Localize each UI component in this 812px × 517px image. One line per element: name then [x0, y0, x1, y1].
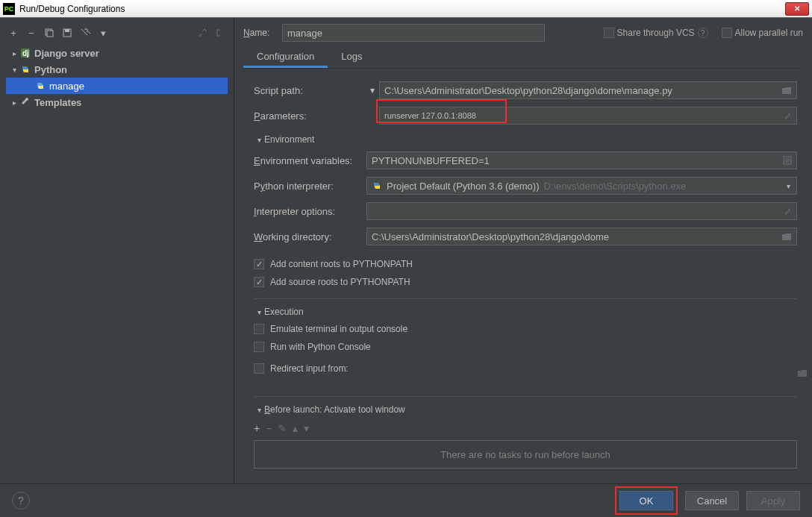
help-button[interactable]: ?: [12, 492, 30, 510]
apply-button[interactable]: Apply: [746, 491, 800, 510]
remove-config-button[interactable]: −: [24, 25, 39, 40]
interpreter-label: Python interpreter:: [254, 181, 366, 192]
edit-task-button[interactable]: ✎: [278, 422, 287, 434]
name-label: Name:: [243, 28, 273, 38]
tree-toolbar: + −: [6, 24, 228, 45]
move-up-task-button[interactable]: ▴: [293, 422, 298, 434]
tree-item-python[interactable]: Python: [6, 61, 228, 78]
env-vars-input[interactable]: PYTHONUNBUFFERED=1: [366, 151, 797, 169]
django-icon: dj: [19, 47, 31, 59]
config-detail-panel: Name: Share through VCS? Allow parallel …: [234, 18, 812, 483]
more-actions-button[interactable]: [96, 25, 110, 40]
move-down-task-button[interactable]: ▾: [304, 422, 309, 434]
parameters-input[interactable]: runserver 127.0.0.1:8088 ⤢: [379, 107, 797, 125]
redirect-input-checkbox[interactable]: Redirect input from:: [254, 356, 797, 381]
tree-item-label: Templates: [34, 97, 81, 108]
help-icon[interactable]: ?: [698, 28, 708, 38]
tree-item-django-server[interactable]: dj Django server: [6, 45, 228, 61]
add-content-roots-checkbox[interactable]: Add content roots to PYTHONPATH: [254, 255, 797, 273]
add-config-button[interactable]: +: [6, 25, 21, 40]
script-path-mode-button[interactable]: [366, 85, 379, 95]
run-console-checkbox[interactable]: Run with Python Console: [254, 338, 797, 356]
before-launch-tasks: There are no tasks to run before launch: [254, 440, 797, 469]
python-icon: [19, 63, 31, 75]
add-task-button[interactable]: +: [254, 422, 260, 434]
interpreter-options-input[interactable]: ⤢: [366, 202, 797, 220]
tree-item-manage[interactable]: manage: [6, 78, 228, 94]
remove-task-button[interactable]: −: [266, 422, 272, 434]
annotation-highlight: OK: [615, 486, 678, 515]
svg-rect-1: [47, 31, 53, 37]
before-launch-section[interactable]: Before launch: Activate tool window: [254, 404, 797, 415]
tab-configuration[interactable]: Configuration: [243, 48, 328, 68]
emulate-terminal-checkbox[interactable]: Emulate terminal in output console: [254, 320, 797, 338]
window-close-button[interactable]: ✕: [785, 2, 809, 16]
collapse-all-button[interactable]: [213, 25, 228, 40]
expand-all-button[interactable]: [195, 25, 210, 40]
dialog-footer: ? OK Cancel Apply: [0, 483, 812, 517]
working-dir-input[interactable]: C:\Users\Administrator\Desktop\python28\…: [366, 228, 797, 245]
tree-item-templates[interactable]: Templates: [6, 94, 228, 110]
edit-defaults-button[interactable]: [78, 25, 93, 40]
script-path-input[interactable]: C:\Users\Administrator\Desktop\python28\…: [379, 81, 797, 99]
script-path-label: Script path:: [254, 85, 366, 96]
env-vars-label: Environment variables:: [254, 155, 366, 166]
cancel-button[interactable]: Cancel: [685, 491, 739, 510]
working-dir-label: Working directory:: [254, 231, 366, 242]
name-input[interactable]: [282, 24, 545, 42]
svg-rect-3: [65, 29, 69, 32]
parameters-label: Parameters:: [254, 110, 366, 122]
expand-arrow-icon[interactable]: [9, 98, 19, 107]
interpreter-options-label: Interpreter options:: [254, 206, 366, 217]
tree-item-label: manage: [49, 81, 84, 92]
configurations-tree[interactable]: dj Django server Python manage: [6, 45, 228, 483]
pycharm-icon: PC: [3, 3, 15, 15]
chevron-down-icon: [787, 182, 790, 190]
execution-section[interactable]: Execution: [254, 307, 797, 317]
list-edit-icon[interactable]: [783, 156, 792, 165]
configurations-tree-panel: + − dj: [0, 18, 234, 483]
tree-item-label: Python: [34, 64, 67, 75]
python-file-icon: [34, 80, 46, 92]
copy-config-button[interactable]: [42, 25, 57, 40]
allow-parallel-checkbox[interactable]: Allow parallel run: [722, 28, 803, 39]
ok-button[interactable]: OK: [619, 491, 673, 510]
browse-folder-icon[interactable]: [781, 86, 792, 95]
browse-folder-icon[interactable]: [781, 232, 792, 241]
environment-section[interactable]: Environment: [254, 134, 797, 145]
interpreter-select[interactable]: Project Default (Python 3.6 (demo)) D:\e…: [366, 177, 797, 195]
add-source-roots-checkbox[interactable]: Add source roots to PYTHONPATH: [254, 273, 797, 291]
expand-arrow-icon[interactable]: [9, 49, 19, 57]
svg-text:dj: dj: [22, 49, 29, 57]
python-icon: [372, 181, 382, 191]
share-vcs-checkbox[interactable]: Share through VCS?: [604, 28, 708, 39]
titlebar: PC Run/Debug Configurations ✕: [0, 0, 812, 18]
expand-field-icon[interactable]: ⤢: [784, 206, 792, 217]
window-title: Run/Debug Configurations: [19, 4, 785, 14]
before-launch-toolbar: + − ✎ ▴ ▾: [254, 419, 797, 437]
browse-folder-icon[interactable]: [797, 369, 803, 377]
wrench-icon: [19, 96, 31, 108]
config-tabs: Configuration Logs: [243, 48, 803, 69]
tree-item-label: Django server: [34, 48, 99, 59]
tab-logs[interactable]: Logs: [328, 48, 375, 68]
expand-field-icon[interactable]: ⤢: [784, 110, 792, 122]
collapse-arrow-icon[interactable]: [9, 66, 19, 74]
save-config-button[interactable]: [60, 25, 75, 40]
